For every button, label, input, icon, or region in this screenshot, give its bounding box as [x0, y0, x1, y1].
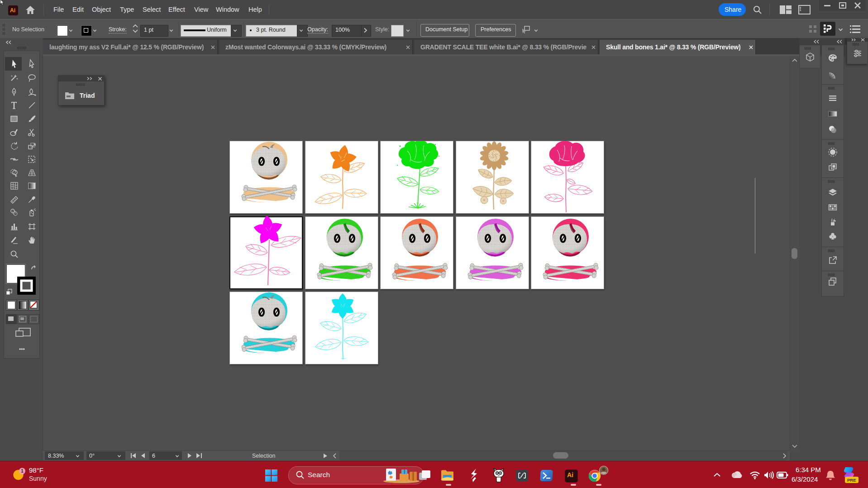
svg-text:1: 1: [21, 469, 24, 474]
